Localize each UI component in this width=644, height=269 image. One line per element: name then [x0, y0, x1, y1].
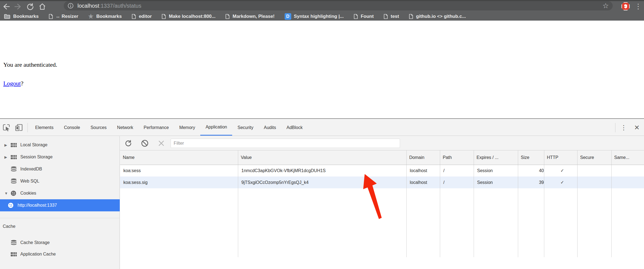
device-toolbar-button[interactable] — [13, 119, 25, 136]
cell-http-check[interactable]: ✓ — [544, 176, 577, 188]
page-icon — [409, 14, 413, 19]
sidebar-item-indexeddb[interactable]: IndexedDB — [0, 163, 120, 175]
tab-audits[interactable]: Audits — [259, 119, 281, 136]
bookmark-item[interactable]: Fount — [354, 14, 374, 19]
logout-link[interactable]: Logout — [3, 80, 21, 87]
tab-label: Audits — [264, 125, 276, 130]
forward-button[interactable] — [12, 1, 24, 12]
bookmark-label: test — [391, 14, 399, 19]
sidebar-item-label: Application Cache — [20, 252, 56, 257]
tab-adblock[interactable]: AdBlock — [281, 119, 308, 136]
column-header-name[interactable]: Name — [120, 150, 238, 165]
back-arrow-icon — [2, 3, 10, 10]
tabbar-divider — [615, 123, 615, 132]
chevron-down-icon[interactable]: ▼ — [4, 191, 10, 195]
tab-label: Sources — [90, 125, 107, 130]
cell-samesite[interactable] — [611, 165, 644, 176]
url-path: :1337/auth/status — [99, 3, 141, 9]
address-bar[interactable]: localhost:1337/auth/status ☆ — [64, 1, 613, 10]
home-button[interactable] — [36, 1, 48, 12]
bookmark-item[interactable]: D Syntax highlighting |... — [285, 13, 344, 20]
browser-menu-icon[interactable]: ⋮ — [635, 3, 642, 10]
table-header-row: Name Value Domain Path Expires / ... Siz… — [120, 150, 644, 165]
cell-domain[interactable]: localhost — [406, 176, 440, 188]
column-header-size[interactable]: Size — [518, 150, 544, 165]
back-button[interactable] — [0, 1, 12, 12]
adblock-extension-icon[interactable] — [621, 2, 630, 10]
chevron-right-icon[interactable]: ▶ — [4, 143, 10, 147]
folder-icon — [4, 14, 10, 19]
cell-size[interactable]: 40 — [518, 165, 544, 176]
cell-path[interactable]: / — [440, 165, 474, 176]
tab-label: Security — [237, 125, 253, 130]
cell-domain[interactable]: localhost — [406, 165, 440, 176]
sidebar-item-web-sql[interactable]: Web SQL — [0, 175, 120, 187]
bookmark-item[interactable]: Markdown, Please! — [225, 14, 274, 19]
bookmark-item[interactable]: ★ Bookmarks — [88, 13, 122, 19]
column-header-value[interactable]: Value — [238, 150, 406, 165]
tab-console[interactable]: Console — [59, 119, 85, 136]
cell-samesite[interactable] — [611, 176, 644, 188]
bookmark-item[interactable]: github.io <> github.c... — [409, 14, 466, 19]
bookmark-label: Make localhost:800... — [169, 14, 215, 19]
browser-actions: ⋮ — [621, 1, 642, 12]
sidebar-item-session-storage[interactable]: ▶ Session Storage — [0, 151, 120, 163]
devtools-close-icon[interactable]: ✕ — [630, 124, 644, 131]
clear-all-button[interactable] — [137, 139, 153, 147]
tab-elements[interactable]: Elements — [30, 119, 59, 136]
delete-selected-button[interactable] — [153, 140, 170, 147]
x-icon — [158, 140, 165, 147]
filter-input[interactable] — [171, 139, 400, 148]
bookmark-item[interactable]: ↔ Resizer — [49, 14, 78, 19]
bookmark-item[interactable]: Make localhost:800... — [162, 14, 215, 19]
bookmark-star-icon[interactable]: ☆ — [603, 2, 609, 9]
cell-secure[interactable] — [577, 165, 611, 176]
bookmark-item[interactable]: editor — [132, 14, 152, 19]
column-header-samesite[interactable]: Same... — [611, 150, 644, 165]
sidebar-item-cache-storage[interactable]: Cache Storage — [0, 237, 120, 249]
cell-expires[interactable]: Session — [474, 176, 518, 188]
cell-name[interactable]: koa:sess.sig — [120, 176, 238, 188]
tab-sources[interactable]: Sources — [85, 119, 112, 136]
tab-application[interactable]: Application — [200, 119, 232, 136]
column-header-http[interactable]: HTTP — [544, 150, 577, 165]
sidebar-item-cookies[interactable]: ▼ Cookies — [0, 187, 120, 199]
url-host: localhost — [77, 3, 99, 9]
tab-security[interactable]: Security — [232, 119, 259, 136]
cell-expires[interactable]: Session — [474, 165, 518, 176]
tab-network[interactable]: Network — [112, 119, 138, 136]
cell-path[interactable]: / — [440, 176, 474, 188]
sidebar-item-application-cache[interactable]: Application Cache — [0, 248, 120, 260]
sidebar-item-local-storage[interactable]: ▶ Local Storage — [0, 139, 120, 151]
inspect-cursor-icon — [2, 124, 10, 132]
sidebar-item-cookies-localhost-1337[interactable]: http://localhost:1337 — [0, 199, 120, 211]
cell-name[interactable]: koa:sess — [120, 165, 238, 176]
bookmark-item[interactable]: test — [384, 14, 399, 19]
column-header-secure[interactable]: Secure — [577, 150, 611, 165]
page-icon — [49, 14, 53, 19]
browser-chrome: localhost:1337/auth/status ☆ ⋮ Bookmarks… — [0, 0, 644, 21]
inspect-element-button[interactable] — [0, 119, 13, 136]
cell-size[interactable]: 39 — [518, 176, 544, 188]
tab-performance[interactable]: Performance — [138, 119, 174, 136]
column-header-path[interactable]: Path — [440, 150, 474, 165]
tab-label: Performance — [144, 125, 169, 130]
column-header-expires[interactable]: Expires / ... — [474, 150, 518, 165]
devtools-menu-icon[interactable]: ⋮ — [618, 124, 630, 131]
reload-button[interactable] — [24, 1, 36, 12]
sidebar-item-label: Web SQL — [20, 179, 39, 184]
sidebar-separator — [0, 218, 120, 218]
cell-secure[interactable] — [577, 176, 611, 188]
sidebar-item-label: Cookies — [20, 191, 36, 196]
chevron-right-icon[interactable]: ▶ — [4, 155, 10, 159]
tab-label: Network — [117, 125, 133, 130]
logout-line: Logout? — [0, 80, 23, 87]
column-header-domain[interactable]: Domain — [406, 150, 440, 165]
refresh-button[interactable] — [120, 140, 137, 147]
page-info-icon[interactable] — [68, 3, 74, 9]
tab-memory[interactable]: Memory — [174, 119, 200, 136]
bookmark-label: Markdown, Please! — [232, 14, 274, 19]
bookmark-item[interactable]: Bookmarks — [4, 14, 39, 19]
cell-http-check[interactable]: ✓ — [544, 165, 577, 176]
tab-label: Console — [64, 125, 80, 130]
